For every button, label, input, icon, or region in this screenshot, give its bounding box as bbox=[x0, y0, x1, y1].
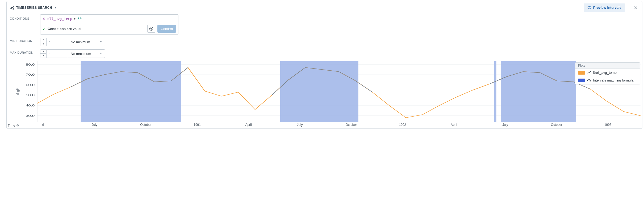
xaxis-tick: ril bbox=[42, 123, 44, 127]
xaxis-ticks: rilJulyOctober1991AprilJulyOctober1992Ap… bbox=[26, 122, 642, 128]
legend-item-intervals[interactable]: Intervals matching formula bbox=[575, 76, 640, 84]
xaxis-settings[interactable]: Time ⚙ bbox=[7, 122, 26, 128]
caret-down-icon: ▼ bbox=[54, 6, 57, 9]
panel-title: TIMESERIES SEARCH bbox=[16, 6, 52, 10]
legend-swatch bbox=[578, 79, 585, 82]
caret-down-icon: ▼ bbox=[100, 41, 102, 43]
min-duration-value[interactable]: - bbox=[47, 38, 68, 46]
add-condition-button[interactable] bbox=[147, 25, 155, 33]
xaxis-tick: 1991 bbox=[194, 123, 201, 127]
conditions-expression-input[interactable]: $roll_avg_temp > 60 bbox=[40, 15, 178, 23]
xaxis-tick: October bbox=[551, 123, 562, 127]
svg-rect-20 bbox=[501, 61, 576, 122]
svg-point-1 bbox=[589, 7, 590, 8]
xaxis-tick: 1993 bbox=[604, 123, 612, 127]
preview-intervals-button[interactable]: Preview intervals bbox=[584, 3, 625, 12]
gear-icon: ⚙ bbox=[16, 123, 19, 127]
caret-down-icon: ▼ bbox=[100, 52, 102, 55]
max-duration-value[interactable]: - bbox=[47, 49, 68, 58]
max-duration-stepper[interactable]: ▲ ▼ bbox=[40, 49, 47, 58]
svg-text:30.0: 30.0 bbox=[26, 114, 35, 117]
svg-text:50.0: 50.0 bbox=[26, 94, 35, 97]
min-duration-label: MIN DURATION bbox=[10, 38, 35, 42]
stepper-up-icon[interactable]: ▲ bbox=[40, 50, 46, 54]
xaxis-tick: July bbox=[502, 123, 508, 127]
xaxis-tick: April bbox=[245, 123, 252, 127]
min-duration-unit-select[interactable]: No minimum ▼ bbox=[68, 38, 105, 46]
check-icon: ✓ bbox=[43, 27, 45, 31]
xaxis-tick: April bbox=[451, 123, 457, 127]
svg-rect-19 bbox=[494, 61, 496, 122]
stepper-up-icon[interactable]: ▲ bbox=[40, 38, 46, 42]
xaxis-tick: October bbox=[346, 123, 357, 127]
stepper-down-icon[interactable]: ▼ bbox=[40, 54, 46, 58]
xaxis-tick: October bbox=[140, 123, 152, 127]
stepper-down-icon[interactable]: ▼ bbox=[40, 42, 46, 46]
xaxis-tick: 1992 bbox=[399, 123, 406, 127]
xaxis-tick: July bbox=[297, 123, 303, 127]
confirm-button[interactable]: Confirm bbox=[157, 25, 176, 33]
legend-swatch bbox=[578, 71, 585, 75]
eye-icon bbox=[587, 6, 592, 9]
chart-legend: Plots $roll_avg_temp Intervals matching … bbox=[575, 62, 640, 84]
plus-circle-icon bbox=[149, 27, 153, 31]
svg-text:80.0: 80.0 bbox=[26, 63, 35, 66]
svg-text:60.0: 60.0 bbox=[26, 83, 35, 87]
min-duration-stepper[interactable]: ▲ ▼ bbox=[40, 38, 47, 46]
xaxis-tick: July bbox=[92, 123, 97, 127]
legend-item-series[interactable]: $roll_avg_temp bbox=[575, 69, 640, 76]
svg-rect-17 bbox=[81, 61, 181, 122]
chart-area[interactable]: 30.040.050.060.070.080.0degF Plots $roll… bbox=[7, 61, 642, 122]
svg-text:40.0: 40.0 bbox=[26, 104, 35, 107]
timeseries-search-dropdown[interactable]: TIMESERIES SEARCH ▼ bbox=[10, 6, 57, 10]
max-duration-label: MAX DURATION bbox=[10, 49, 35, 54]
svg-rect-18 bbox=[280, 61, 358, 122]
max-duration-unit-select[interactable]: No maximum ▼ bbox=[68, 49, 105, 58]
svg-text:70.0: 70.0 bbox=[26, 73, 35, 76]
conditions-status: Conditions are valid bbox=[48, 27, 145, 31]
chart-icon bbox=[10, 6, 14, 10]
svg-text:degF: degF bbox=[15, 88, 20, 95]
close-button[interactable]: ✕ bbox=[633, 4, 639, 11]
svg-point-21 bbox=[589, 80, 591, 81]
intervals-icon bbox=[587, 78, 591, 82]
trend-icon bbox=[587, 71, 591, 75]
legend-title: Plots bbox=[575, 63, 640, 69]
conditions-label: CONDITIONS bbox=[10, 14, 35, 20]
